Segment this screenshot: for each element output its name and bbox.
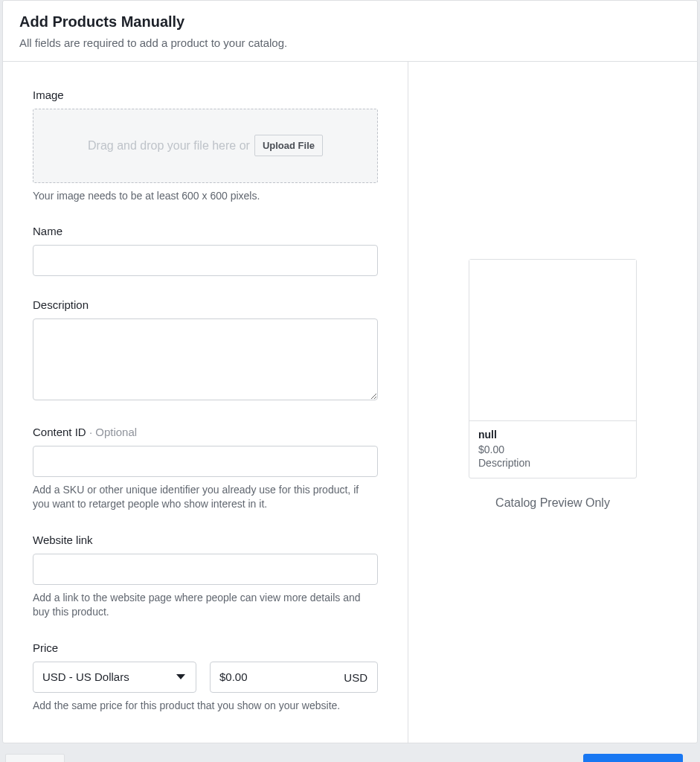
- website-link-label: Website link: [33, 534, 378, 546]
- currency-select[interactable]: USD - US Dollars: [33, 662, 196, 693]
- dialog-header: Add Products Manually All fields are req…: [3, 1, 697, 62]
- preview-title: null: [478, 429, 627, 441]
- price-currency-suffix: USD: [344, 670, 367, 683]
- content-id-optional: Optional: [95, 426, 137, 438]
- website-link-help: Add a link to the website page where peo…: [33, 591, 378, 619]
- dialog-footer: Cancel Add Product: [2, 743, 698, 762]
- image-label: Image: [33, 89, 378, 101]
- description-label: Description: [33, 298, 378, 311]
- catalog-preview-card: null $0.00 Description: [469, 259, 637, 478]
- dialog-body: Image Drag and drop your file here or Up…: [3, 62, 697, 743]
- price-input-wrapper: USD: [210, 662, 378, 693]
- image-dropzone[interactable]: Drag and drop your file here or Upload F…: [33, 109, 378, 183]
- cancel-button[interactable]: Cancel: [5, 754, 65, 762]
- content-id-label: Content ID · Optional: [33, 426, 378, 438]
- dot-separator: ·: [89, 426, 92, 438]
- add-product-button[interactable]: Add Product: [583, 754, 683, 762]
- content-id-field: Content ID · Optional Add a SKU or other…: [33, 426, 378, 511]
- content-id-input[interactable]: [33, 446, 378, 477]
- name-field: Name: [33, 225, 378, 276]
- chevron-down-icon: [176, 674, 185, 679]
- description-textarea[interactable]: [33, 318, 378, 400]
- image-field: Image Drag and drop your file here or Up…: [33, 89, 378, 203]
- website-link-input[interactable]: [33, 554, 378, 585]
- name-label: Name: [33, 225, 378, 237]
- currency-selected-value: USD - US Dollars: [42, 670, 129, 683]
- website-link-field: Website link Add a link to the website p…: [33, 534, 378, 619]
- dialog-subtitle: All fields are required to add a product…: [19, 36, 681, 51]
- preview-description: Description: [478, 457, 627, 469]
- price-row: USD - US Dollars USD: [33, 662, 378, 693]
- name-input[interactable]: [33, 245, 378, 276]
- content-id-label-text: Content ID: [33, 426, 86, 438]
- content-id-help: Add a SKU or other unique identifier you…: [33, 483, 378, 511]
- preview-meta: null $0.00 Description: [469, 421, 636, 478]
- dialog-title: Add Products Manually: [19, 13, 681, 31]
- preview-caption: Catalog Preview Only: [495, 496, 610, 510]
- preview-pane: null $0.00 Description Catalog Preview O…: [408, 62, 697, 743]
- price-field: Price USD - US Dollars USD Add the same …: [33, 641, 378, 713]
- form-pane: Image Drag and drop your file here or Up…: [3, 62, 408, 743]
- price-help: Add the same price for this product that…: [33, 699, 378, 713]
- add-product-dialog: Add Products Manually All fields are req…: [2, 0, 698, 743]
- upload-file-button[interactable]: Upload File: [254, 135, 323, 156]
- description-field: Description: [33, 298, 378, 403]
- preview-price: $0.00: [478, 444, 627, 455]
- preview-image-placeholder: [469, 260, 636, 421]
- price-label: Price: [33, 641, 378, 654]
- dropzone-text: Drag and drop your file here or: [88, 139, 250, 153]
- image-help: Your image needs to be at least 600 x 60…: [33, 189, 378, 203]
